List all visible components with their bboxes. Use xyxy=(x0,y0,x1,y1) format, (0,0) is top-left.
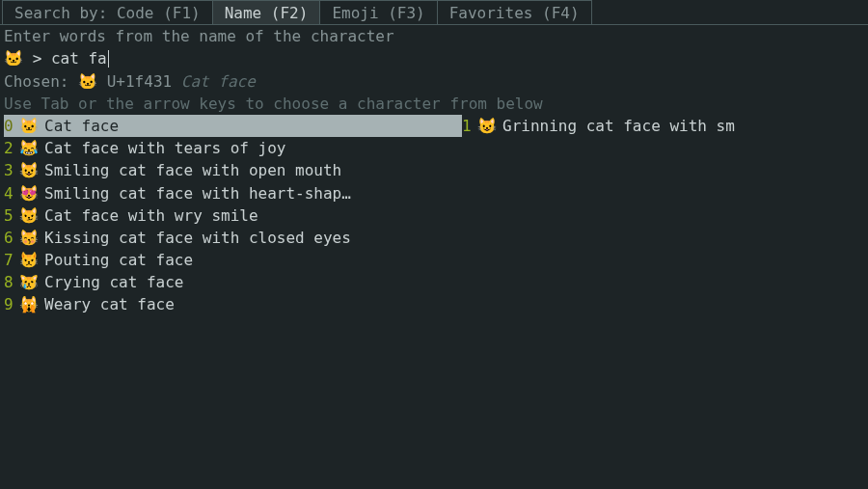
result-item[interactable]: 7 😾 Pouting cat face xyxy=(4,249,462,271)
tab-label: Code (F1) xyxy=(117,4,201,22)
prompt-icon: 🐱 xyxy=(4,49,23,68)
text-cursor xyxy=(108,50,109,68)
result-emoji-icon: 😺 xyxy=(19,159,39,181)
result-name: Weary cat face xyxy=(44,293,175,315)
chosen-code: U+1f431 xyxy=(107,72,172,91)
result-index: 9 xyxy=(4,293,17,315)
result-item[interactable]: 2 😹 Cat face with tears of joy xyxy=(4,137,462,159)
result-emoji-icon: 😾 xyxy=(19,249,39,271)
result-index: 6 xyxy=(4,227,17,249)
result-index: 0 xyxy=(4,115,17,137)
result-emoji-icon: 😽 xyxy=(19,227,39,249)
result-item[interactable]: 1 😺 Grinning cat face with sm xyxy=(462,115,864,137)
tab-code[interactable]: Search by: Code (F1) xyxy=(2,0,213,24)
result-emoji-icon: 🐱 xyxy=(19,115,39,137)
result-name: Smiling cat face with open mouth xyxy=(44,159,341,181)
result-name: Smiling cat face with heart-shap… xyxy=(44,182,351,204)
chosen-name: Cat face xyxy=(181,72,256,91)
tab-bar: Search by: Code (F1) Name (F2) Emoji (F3… xyxy=(0,0,868,25)
result-name: Kissing cat face with closed eyes xyxy=(44,227,351,249)
result-emoji-icon: 😻 xyxy=(19,182,39,204)
result-name: Cat face with tears of joy xyxy=(44,137,285,159)
result-name: Crying cat face xyxy=(44,271,184,293)
instruction-text: Enter words from the name of the charact… xyxy=(0,25,868,47)
tab-label: Name (F2) xyxy=(225,4,309,22)
tab-bar-prefix: Search by: xyxy=(14,4,107,22)
result-index: 8 xyxy=(4,271,17,293)
result-item[interactable]: 3 😺 Smiling cat face with open mouth xyxy=(4,159,462,181)
result-index: 5 xyxy=(4,204,17,227)
tab-label: Favorites (F4) xyxy=(449,4,580,22)
result-index: 7 xyxy=(4,249,17,271)
result-index: 2 xyxy=(4,137,17,159)
result-name: Cat face with wry smile xyxy=(44,204,258,227)
tab-label: Emoji (F3) xyxy=(332,4,424,22)
result-emoji-icon: 😺 xyxy=(477,115,497,137)
prompt-caret: > xyxy=(33,49,42,68)
search-prompt[interactable]: 🐱 > cat fa xyxy=(0,47,868,69)
result-name: Pouting cat face xyxy=(44,249,193,271)
result-emoji-icon: 🙀 xyxy=(19,293,39,315)
result-item[interactable]: 0 🐱 Cat face xyxy=(4,115,462,137)
result-index: 4 xyxy=(4,182,17,204)
result-item[interactable]: 5 😼 Cat face with wry smile xyxy=(4,204,462,227)
result-emoji-icon: 😹 xyxy=(19,137,39,159)
result-item[interactable]: 9 🙀 Weary cat face xyxy=(4,293,462,315)
result-index: 1 xyxy=(462,115,475,137)
tab-name[interactable]: Name (F2) xyxy=(212,0,321,24)
chosen-label: Chosen: xyxy=(4,72,68,91)
result-index: 3 xyxy=(4,159,17,181)
chosen-emoji: 🐱 xyxy=(78,72,97,91)
tab-emoji[interactable]: Emoji (F3) xyxy=(319,0,437,24)
results-list: 0 🐱 Cat face 1 😺 Grinning cat face with … xyxy=(0,115,868,316)
result-name: Grinning cat face with sm xyxy=(502,115,735,137)
result-item[interactable]: 8 😿 Crying cat face xyxy=(4,271,462,293)
hint-text: Use Tab or the arrow keys to choose a ch… xyxy=(0,93,868,115)
result-emoji-icon: 😿 xyxy=(19,271,39,293)
result-item[interactable]: 4 😻 Smiling cat face with heart-shap… xyxy=(4,182,462,204)
result-item[interactable]: 6 😽 Kissing cat face with closed eyes xyxy=(4,227,462,249)
chosen-line: Chosen: 🐱 U+1f431 Cat face xyxy=(0,70,868,93)
result-name: Cat face xyxy=(44,115,119,137)
search-input[interactable]: cat fa xyxy=(51,49,107,68)
result-emoji-icon: 😼 xyxy=(19,204,39,227)
tab-favorites[interactable]: Favorites (F4) xyxy=(437,0,592,24)
